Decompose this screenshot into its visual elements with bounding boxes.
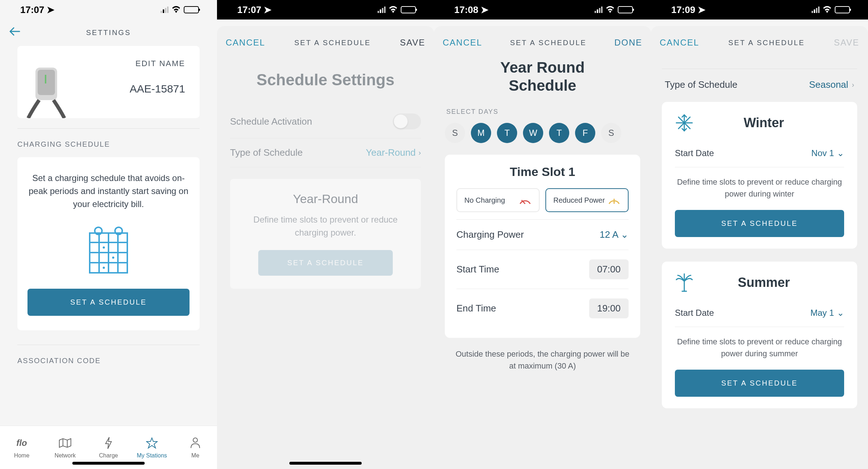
snowflake-icon <box>675 113 694 132</box>
start-time-value[interactable]: 07:00 <box>589 259 629 279</box>
page-header: SETTINGS <box>0 20 217 46</box>
status-bar: 17:08➤ <box>434 0 651 20</box>
card-title: Year-Round <box>242 192 409 206</box>
summer-start-date-row[interactable]: Start Date May 1⌄ <box>675 301 844 327</box>
select-days-label: SELECT DAYS <box>446 108 640 116</box>
cancel-button[interactable]: CANCEL <box>660 38 699 48</box>
end-time-value[interactable]: 19:00 <box>589 298 629 318</box>
home-icon: flo <box>15 436 28 449</box>
winter-set-schedule-button[interactable]: SET A SCHEDULE <box>675 210 844 237</box>
screen-year-round: 17:08➤ CANCEL SET A SCHEDULE DONE Year R… <box>434 0 651 469</box>
mode-reduced-power[interactable]: Reduced Power <box>545 188 629 212</box>
map-icon <box>59 436 72 449</box>
svg-point-12 <box>103 246 105 249</box>
time-slot-title: Time Slot 1 <box>456 165 629 179</box>
location-icon: ➤ <box>481 4 489 16</box>
svg-point-13 <box>112 257 114 259</box>
wifi-icon <box>171 4 181 16</box>
device-name: AAE-15871 <box>130 83 185 95</box>
day-tuesday[interactable]: T <box>497 123 517 143</box>
modal-title: SET A SCHEDULE <box>510 39 587 47</box>
association-code-label: ASSOCIATION CODE <box>17 357 200 365</box>
day-thursday[interactable]: T <box>549 123 569 143</box>
screen-seasonal: 17:09➤ CANCEL SET A SCHEDULE SAVE Type o… <box>651 0 868 469</box>
divider <box>17 345 200 345</box>
battery-icon <box>618 6 633 13</box>
set-schedule-button[interactable]: SET A SCHEDULE <box>258 250 392 276</box>
cellular-icon <box>812 7 820 13</box>
card-description: Define time slots to prevent or reduce c… <box>242 213 409 239</box>
location-icon: ➤ <box>264 4 272 16</box>
status-bar: 17:09➤ <box>651 0 868 20</box>
cancel-button[interactable]: CANCEL <box>443 38 482 48</box>
end-time-row[interactable]: End Time 19:00 <box>456 289 629 328</box>
winter-start-date: Nov 1 <box>811 148 834 158</box>
location-icon: ➤ <box>698 4 706 16</box>
cellular-icon <box>595 7 603 13</box>
location-icon: ➤ <box>47 4 55 16</box>
summer-title: Summer <box>702 275 825 290</box>
modal-header: CANCEL SET A SCHEDULE SAVE <box>217 30 434 55</box>
modal-title: SET A SCHEDULE <box>728 39 805 47</box>
tab-me[interactable]: Me <box>174 426 217 469</box>
battery-icon <box>835 6 850 13</box>
wifi-icon <box>822 4 832 16</box>
summer-description: Define time slots to prevent or reduce c… <box>675 336 844 360</box>
save-button[interactable]: SAVE <box>834 38 859 48</box>
schedule-settings-heading: Schedule Settings <box>230 71 421 89</box>
done-button[interactable]: DONE <box>614 38 642 48</box>
svg-rect-2 <box>45 75 46 83</box>
type-of-schedule-row[interactable]: Type of Schedule Year-Round› <box>230 138 421 167</box>
home-indicator[interactable] <box>72 462 145 465</box>
winter-start-date-row[interactable]: Start Date Nov 1⌄ <box>675 142 844 167</box>
chevron-down-icon: ⌄ <box>837 308 844 318</box>
schedule-description: Set a charging schedule that avoids on-p… <box>27 172 190 211</box>
winter-title: Winter <box>702 115 825 130</box>
wifi-icon <box>605 4 615 16</box>
save-button[interactable]: SAVE <box>400 38 425 48</box>
charging-schedule-label: CHARGING SCHEDULE <box>17 140 200 149</box>
summer-card: Summer Start Date May 1⌄ Define time slo… <box>662 262 857 408</box>
winter-description: Define time slots to prevent or reduce c… <box>675 176 844 200</box>
device-card[interactable]: EDIT NAME AAE-15871 <box>17 46 200 118</box>
day-monday[interactable]: M <box>471 123 491 143</box>
winter-card: Winter Start Date Nov 1⌄ Define time slo… <box>662 102 857 249</box>
status-bar: 17:07➤ <box>217 0 434 20</box>
day-sunday[interactable]: S <box>445 123 465 143</box>
day-friday[interactable]: F <box>575 123 595 143</box>
summer-set-schedule-button[interactable]: SET A SCHEDULE <box>675 370 844 397</box>
charging-power-value: 12 A <box>600 229 618 240</box>
status-bar: 17:07➤ <box>0 0 217 20</box>
set-schedule-button[interactable]: SET A SCHEDULE <box>27 289 190 316</box>
calendar-icon <box>87 226 130 276</box>
time-slot-card: Time Slot 1 No Charging Reduced Power Ch… <box>445 155 640 338</box>
home-indicator[interactable] <box>289 462 362 465</box>
charging-power-row[interactable]: Charging Power 12 A⌄ <box>456 219 629 250</box>
activation-label: Schedule Activation <box>230 116 312 127</box>
type-value: Year-Round <box>366 147 416 158</box>
modal-title: SET A SCHEDULE <box>294 39 371 47</box>
palm-icon <box>675 273 694 292</box>
svg-point-15 <box>193 438 197 442</box>
mode-no-charging[interactable]: No Charging <box>456 188 540 212</box>
chevron-right-icon: › <box>418 149 421 157</box>
type-label: Type of Schedule <box>230 147 303 158</box>
cancel-button[interactable]: CANCEL <box>226 38 265 48</box>
status-time: 17:09 <box>671 4 695 16</box>
modal-header: CANCEL SET A SCHEDULE DONE <box>434 30 651 55</box>
wifi-icon <box>388 4 398 16</box>
svg-point-14 <box>103 267 105 269</box>
status-time: 17:08 <box>454 4 478 16</box>
type-of-schedule-row[interactable]: Type of Schedule Seasonal› <box>662 69 857 102</box>
schedule-card: Set a charging schedule that avoids on-p… <box>17 157 200 330</box>
tab-home[interactable]: floHome <box>0 426 43 469</box>
summer-start-date: May 1 <box>810 308 834 318</box>
start-time-row[interactable]: Start Time 07:00 <box>456 250 629 289</box>
year-round-heading: Year RoundSchedule <box>445 59 640 95</box>
activation-toggle[interactable] <box>393 113 421 129</box>
edit-name-button[interactable]: EDIT NAME <box>136 59 185 68</box>
year-round-card: Year-Round Define time slots to prevent … <box>230 179 421 289</box>
day-wednesday[interactable]: W <box>523 123 543 143</box>
day-saturday[interactable]: S <box>601 123 621 143</box>
chevron-down-icon: ⌄ <box>837 148 844 158</box>
